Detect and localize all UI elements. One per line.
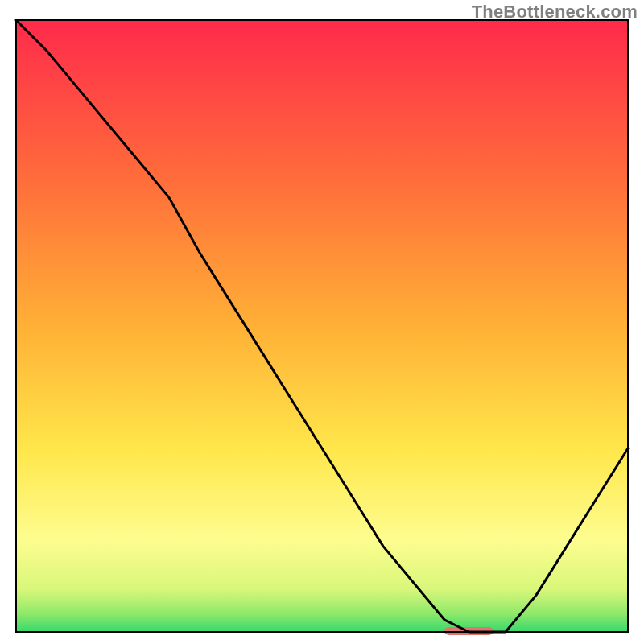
chart-svg (0, 0, 644, 644)
plot-background (16, 20, 628, 632)
chart-container: TheBottleneck.com (0, 0, 644, 644)
